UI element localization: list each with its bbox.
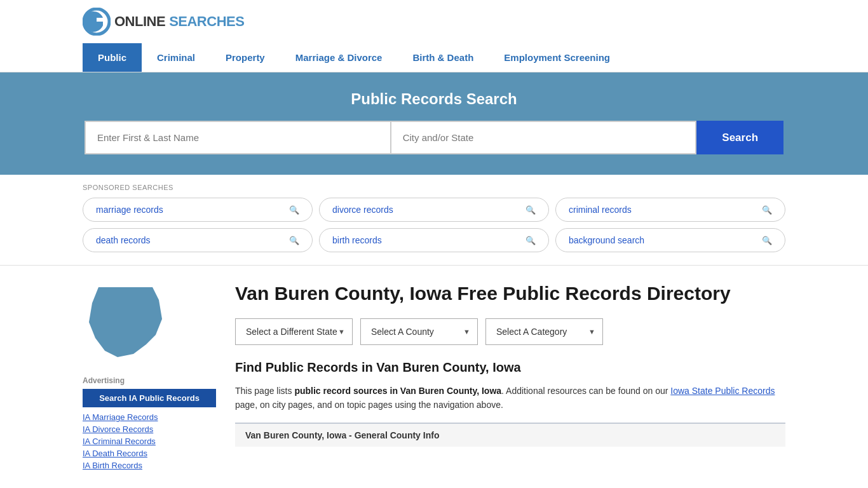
nav-item-employment[interactable]: Employment Screening (489, 43, 625, 72)
state-dropdown[interactable]: Select a Different State (235, 318, 353, 345)
sidebar-link-death[interactable]: IA Death Records (83, 449, 216, 458)
name-search-input[interactable] (85, 121, 391, 154)
logo[interactable]: ONLINESEARCHES (83, 8, 244, 36)
nav-item-property[interactable]: Property (210, 43, 280, 72)
nav-item-birth-death[interactable]: Birth & Death (397, 43, 489, 72)
search-icon: 🔍 (289, 236, 299, 245)
header: ONLINESEARCHES (0, 0, 868, 43)
logo-online: ONLINE (114, 13, 165, 30)
county-dropdown-wrapper: Select A County (360, 318, 478, 345)
category-dropdown[interactable]: Select A Category (485, 318, 603, 345)
iowa-state-map (83, 281, 172, 363)
sponsored-item-label: marriage records (96, 205, 163, 215)
category-dropdown-wrapper: Select A Category (485, 318, 603, 345)
sponsored-item-label: divorce records (332, 205, 393, 215)
svg-marker-1 (89, 287, 162, 357)
sponsored-label: SPONSORED SEARCHES (83, 184, 785, 191)
nav-item-criminal[interactable]: Criminal (142, 43, 210, 72)
sidebar-link-criminal[interactable]: IA Criminal Records (83, 437, 216, 446)
dropdowns-row: Select a Different State Select A County… (235, 318, 785, 345)
county-dropdown[interactable]: Select A County (360, 318, 478, 345)
search-bar: Search (85, 121, 783, 154)
city-state-search-input[interactable] (391, 121, 697, 154)
sponsored-item-birth[interactable]: birth records 🔍 (319, 228, 549, 252)
main-content: Advertising Search IA Public Records IA … (0, 266, 868, 488)
sponsored-item-label: birth records (332, 235, 382, 245)
nav-item-marriage-divorce[interactable]: Marriage & Divorce (280, 43, 398, 72)
sidebar-link-marriage[interactable]: IA Marriage Records (83, 412, 216, 422)
description-text: This page lists public record sources in… (235, 384, 785, 412)
section-title: Find Public Records in Van Buren County,… (235, 360, 785, 375)
sponsored-item-death[interactable]: death records 🔍 (83, 228, 313, 252)
sponsored-item-marriage[interactable]: marriage records 🔍 (83, 198, 313, 222)
content-area: Van Buren County, Iowa Free Public Recor… (235, 281, 785, 473)
hero-title: Public Records Search (83, 90, 785, 108)
search-icon: 🔍 (762, 205, 772, 215)
sidebar-ads-label: Advertising (83, 376, 216, 385)
state-dropdown-wrapper: Select a Different State (235, 318, 353, 345)
bold-text: public record sources in Van Buren Count… (294, 386, 501, 396)
sponsored-item-label: death records (96, 235, 151, 245)
search-icon: 🔍 (526, 236, 536, 245)
logo-icon (83, 8, 111, 36)
search-button[interactable]: Search (696, 121, 783, 154)
search-icon: 🔍 (526, 205, 536, 215)
hero-section: Public Records Search Search (0, 72, 868, 175)
iowa-state-link[interactable]: Iowa State Public Records (670, 386, 775, 396)
page-title: Van Buren County, Iowa Free Public Recor… (235, 281, 785, 306)
sponsored-item-label: criminal records (569, 205, 632, 215)
sidebar: Advertising Search IA Public Records IA … (83, 281, 216, 473)
logo-searches: SEARCHES (169, 13, 244, 30)
sponsored-item-divorce[interactable]: divorce records 🔍 (319, 198, 549, 222)
main-nav: Public Criminal Property Marriage & Divo… (0, 43, 868, 72)
search-icon: 🔍 (289, 205, 299, 215)
sidebar-search-btn[interactable]: Search IA Public Records (83, 389, 216, 407)
sponsored-item-label: background search (569, 235, 644, 245)
search-icon: 🔍 (762, 236, 772, 245)
sidebar-link-divorce[interactable]: IA Divorce Records (83, 424, 216, 434)
sidebar-link-birth[interactable]: IA Birth Records (83, 461, 216, 470)
desc-end: page, on city pages, and on topic pages … (235, 400, 503, 410)
county-info-bar: Van Buren County, Iowa - General County … (235, 423, 785, 447)
sponsored-item-criminal[interactable]: criminal records 🔍 (555, 198, 785, 222)
desc-mid: . Additional resources can be found on o… (501, 386, 670, 396)
sponsored-grid: marriage records 🔍 divorce records 🔍 cri… (83, 198, 785, 252)
sponsored-item-background[interactable]: background search 🔍 (555, 228, 785, 252)
sponsored-section: SPONSORED SEARCHES marriage records 🔍 di… (0, 175, 868, 266)
nav-item-public[interactable]: Public (83, 43, 142, 72)
